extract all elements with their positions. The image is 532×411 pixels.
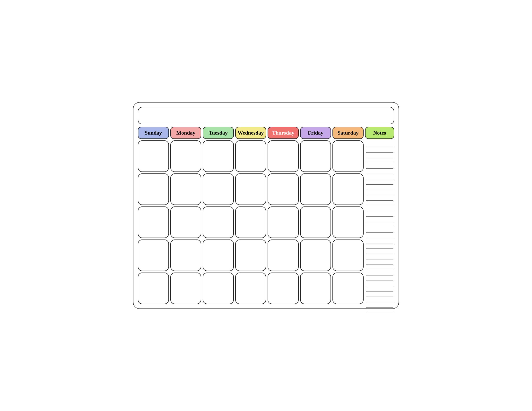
- title-bar[interactable]: [138, 107, 394, 124]
- cell-row3-mon[interactable]: [170, 206, 201, 238]
- note-line: [366, 201, 393, 206]
- cell-row2-sun[interactable]: [138, 173, 169, 205]
- note-line: [366, 158, 393, 163]
- header-monday: Monday: [170, 127, 201, 139]
- note-line: [366, 211, 393, 217]
- note-line: [366, 227, 393, 233]
- cell-row5-wed[interactable]: [235, 272, 266, 304]
- notes-side: [365, 140, 394, 304]
- cell-row2-fri[interactable]: [300, 173, 331, 205]
- cell-row5-tue[interactable]: [203, 272, 234, 304]
- note-line: [366, 142, 393, 147]
- header-wednesday: Wednesday: [235, 127, 266, 139]
- cell-row1-thu[interactable]: [267, 140, 299, 172]
- main-grid: Sunday Monday Tuesday Wednesday Thursday…: [138, 127, 394, 304]
- note-line: [366, 233, 393, 238]
- cell-row5-thu[interactable]: [267, 272, 299, 304]
- note-line: [366, 308, 393, 313]
- note-line: [366, 153, 393, 158]
- note-line: [366, 222, 393, 227]
- note-line: [366, 217, 393, 222]
- header-sunday: Sunday: [138, 127, 169, 139]
- cell-row5-fri[interactable]: [300, 272, 331, 304]
- cell-row4-thu[interactable]: [267, 240, 299, 271]
- note-line: [366, 297, 393, 302]
- header-notes: Notes: [365, 127, 394, 139]
- cell-row1-sun[interactable]: [138, 140, 169, 172]
- cell-row1-wed[interactable]: [235, 140, 266, 172]
- header-thursday: Thursday: [267, 127, 299, 139]
- cell-row1-fri[interactable]: [300, 140, 331, 172]
- note-line: [366, 195, 393, 201]
- cell-row4-mon[interactable]: [170, 240, 201, 271]
- cell-row2-sat[interactable]: [332, 173, 364, 205]
- notes-lines[interactable]: [365, 140, 394, 314]
- note-line: [366, 286, 393, 291]
- note-line: [366, 179, 393, 185]
- cell-row3-sun[interactable]: [138, 206, 169, 238]
- cell-row1-mon[interactable]: [170, 140, 201, 172]
- note-line: [366, 147, 393, 153]
- note-line: [366, 168, 393, 174]
- cell-row4-tue[interactable]: [203, 240, 234, 271]
- cell-row2-tue[interactable]: [203, 173, 234, 205]
- calendar-wrapper: Sunday Monday Tuesday Wednesday Thursday…: [133, 102, 399, 309]
- note-line: [366, 243, 393, 249]
- cell-row2-wed[interactable]: [235, 173, 266, 205]
- cell-row2-mon[interactable]: [170, 173, 201, 205]
- cell-row5-sun[interactable]: [138, 272, 169, 304]
- header-friday: Friday: [300, 127, 331, 139]
- note-line: [366, 291, 393, 297]
- note-line: [366, 275, 393, 281]
- cell-row3-tue[interactable]: [203, 206, 234, 238]
- note-line: [366, 270, 393, 275]
- cell-row3-sat[interactable]: [332, 206, 364, 238]
- cell-row1-sat[interactable]: [332, 140, 364, 172]
- note-line: [366, 254, 393, 259]
- note-line: [366, 190, 393, 195]
- note-line: [366, 163, 393, 168]
- cell-row4-sun[interactable]: [138, 240, 169, 271]
- cell-row4-wed[interactable]: [235, 240, 266, 271]
- cell-row1-tue[interactable]: [203, 140, 234, 172]
- header-tuesday: Tuesday: [203, 127, 234, 139]
- cell-row3-wed[interactable]: [235, 206, 266, 238]
- note-line: [366, 174, 393, 179]
- cell-row5-mon[interactable]: [170, 272, 201, 304]
- note-line: [366, 206, 393, 211]
- note-line: [366, 238, 393, 243]
- cell-row4-fri[interactable]: [300, 240, 331, 271]
- cell-row2-thu[interactable]: [267, 173, 299, 205]
- cell-row5-sat[interactable]: [332, 272, 364, 304]
- header-saturday: Saturday: [332, 127, 364, 139]
- note-line: [366, 185, 393, 190]
- cell-row3-thu[interactable]: [267, 206, 299, 238]
- cell-row3-fri[interactable]: [300, 206, 331, 238]
- note-line: [366, 259, 393, 265]
- note-line: [366, 281, 393, 286]
- note-line: [366, 302, 393, 308]
- note-line: [366, 249, 393, 254]
- note-line: [366, 265, 393, 270]
- cell-row4-sat[interactable]: [332, 240, 364, 271]
